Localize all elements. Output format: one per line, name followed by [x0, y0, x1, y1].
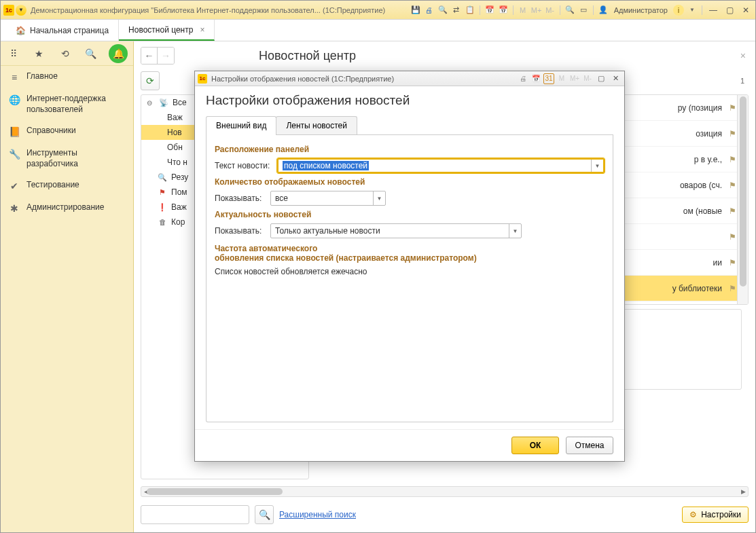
rss-icon: 📡 — [159, 98, 168, 107]
sidebar-item-label: Главное — [26, 71, 58, 82]
calendar1-icon[interactable]: 📅 — [530, 73, 541, 84]
dialog-footer: ОК Отмена — [195, 429, 624, 461]
apps-icon[interactable]: ⠿ — [6, 46, 21, 61]
dropdown-text-position[interactable]: под списком новостей ▼ — [277, 158, 605, 173]
search-button[interactable]: 🔍 — [255, 505, 274, 524]
tab-news[interactable]: Новостной центр × — [119, 20, 215, 41]
close-icon[interactable]: × — [200, 25, 204, 35]
scrollbar-thumb[interactable] — [740, 96, 746, 287]
m-plus-button[interactable]: M+ — [569, 73, 580, 84]
bell-icon[interactable]: 🔔 — [109, 44, 128, 63]
dropdown-arrow-icon[interactable]: ▼ — [16, 5, 26, 16]
dialog-tab-content: Расположение панелей Текст новости: под … — [206, 135, 613, 422]
close-button[interactable]: ✕ — [609, 73, 622, 84]
dropdown-count[interactable]: все ▼ — [270, 191, 386, 206]
tab-appearance[interactable]: Внешний вид — [206, 116, 276, 134]
save-icon[interactable]: 💾 — [410, 5, 421, 16]
history-icon[interactable]: ⟲ — [58, 46, 73, 61]
tree-icon: ❗ — [158, 203, 167, 212]
titlebar-toolbar: 💾 🖨 🔍 ⇄ 📋 📅 📅 M M+ M- 🔍 ▭ 👤 Администрато… — [410, 5, 753, 16]
username: Администратор — [611, 6, 670, 14]
m-plus-button[interactable]: M+ — [531, 5, 542, 16]
ok-button[interactable]: ОК — [511, 437, 559, 454]
sidebar-item-5[interactable]: ✱Администрирование — [1, 197, 133, 219]
dialog-body: Настройки отображения новостей Внешний в… — [195, 86, 624, 429]
minimize-button[interactable]: — — [706, 5, 720, 16]
print-icon[interactable]: 🖨 — [424, 5, 435, 16]
dropdown2-icon[interactable]: ▼ — [687, 5, 698, 16]
advanced-search-link[interactable]: Расширенный поиск — [279, 510, 356, 519]
zoom-in-icon[interactable]: 🔍 — [564, 5, 575, 16]
search-input[interactable] — [141, 505, 249, 524]
maximize-button[interactable]: ▢ — [595, 73, 607, 84]
search-icon[interactable]: 🔍 — [83, 46, 98, 61]
settings-label: Настройки — [701, 510, 741, 519]
refresh-button[interactable]: ⟳ — [141, 71, 160, 90]
sidebar-icon: ✔ — [9, 181, 20, 191]
tree-icon: 🔍 — [158, 173, 167, 182]
calendar2-icon[interactable]: 31 — [543, 73, 554, 84]
collapse-icon[interactable]: ⊖ — [147, 99, 155, 107]
scrollbar-thumb[interactable] — [147, 488, 283, 495]
separator — [513, 5, 514, 15]
scroll-right-icon[interactable]: ▶ — [738, 487, 748, 496]
cancel-button[interactable]: Отмена — [566, 437, 613, 454]
preview-icon[interactable]: 🔍 — [437, 5, 448, 16]
tabstrip: 🏠 Начальная страница Новостной центр × — [1, 20, 755, 41]
dialog-titlebar: 1c Настройки отображения новостей (1С:Пр… — [195, 71, 624, 86]
gear-icon: ⚙ — [689, 510, 697, 519]
calendar1-icon[interactable]: 📅 — [484, 5, 495, 16]
tree-label: Резу — [171, 172, 188, 182]
section-frequency: Частота автоматического обновления списк… — [215, 244, 605, 263]
chevron-down-icon[interactable]: ▼ — [591, 160, 603, 172]
scrollbar-vertical[interactable] — [737, 95, 748, 304]
forward-button[interactable]: → — [158, 48, 174, 64]
dropdown-relevance[interactable]: Только актуальные новости ▼ — [270, 223, 522, 238]
scrollbar-horizontal[interactable]: ◀ ▶ — [141, 486, 749, 497]
chevron-down-icon[interactable]: ▼ — [373, 191, 385, 205]
tree-label: Обн — [167, 143, 183, 152]
label-text: Текст новости: — [215, 161, 273, 170]
back-button[interactable]: ← — [141, 48, 158, 64]
m-minus-button[interactable]: M- — [545, 5, 556, 16]
maximize-button[interactable]: ▢ — [723, 5, 736, 16]
content-header: ← → Новостной центр × — [134, 41, 755, 70]
sidebar-item-2[interactable]: 📙Справочники — [1, 120, 133, 143]
tree-label: Что н — [167, 158, 187, 167]
sidebar-item-label: Тестирование — [26, 180, 79, 191]
section-panels: Расположение панелей — [215, 145, 605, 154]
sidebar-item-label: Администрирование — [26, 202, 104, 213]
sidebar-item-0[interactable]: ≡Главное — [1, 66, 133, 88]
tab-feeds[interactable]: Ленты новостей — [276, 116, 357, 134]
compare-icon[interactable]: ⇄ — [451, 5, 462, 16]
m-button[interactable]: M — [518, 5, 528, 16]
close-icon[interactable]: × — [738, 48, 749, 64]
tab-home[interactable]: 🏠 Начальная страница — [6, 20, 119, 41]
clipboard-icon[interactable]: 📋 — [465, 5, 475, 16]
m-button[interactable]: M — [556, 73, 567, 84]
titlebar: 1c ▼ Демонстрационная конфигурация "Библ… — [1, 1, 755, 20]
tree-icon: ⚑ — [158, 188, 167, 197]
info-icon[interactable]: i — [673, 5, 684, 16]
sidebar-item-label: Справочники — [26, 126, 76, 136]
app-logo-icon: 1c — [198, 74, 207, 84]
tree-label: Нов — [167, 128, 182, 137]
star-icon[interactable]: ★ — [32, 46, 47, 61]
settings-dialog: 1c Настройки отображения новостей (1С:Пр… — [194, 71, 625, 462]
panel-icon[interactable]: ▭ — [578, 5, 589, 16]
sidebar-item-1[interactable]: 🌐Интернет-поддержка пользователей — [1, 88, 133, 120]
m-minus-button[interactable]: M- — [582, 73, 593, 84]
user-icon: 👤 — [598, 5, 609, 16]
separator — [560, 5, 560, 15]
sidebar-item-3[interactable]: 🔧Инструменты разработчика — [1, 143, 133, 174]
print-icon[interactable]: 🖨 — [518, 73, 528, 84]
dropdown-value: все — [275, 194, 288, 203]
settings-button[interactable]: ⚙ Настройки — [682, 507, 749, 523]
sidebar-icon: 📙 — [9, 126, 20, 137]
section-freq-line1: Частота автоматического — [215, 244, 317, 253]
calendar2-icon[interactable]: 📅 — [498, 5, 509, 16]
page-title: Новостной центр — [259, 49, 356, 63]
chevron-down-icon[interactable]: ▼ — [509, 224, 521, 238]
close-button[interactable]: ✕ — [739, 5, 753, 16]
sidebar-item-4[interactable]: ✔Тестирование — [1, 174, 133, 197]
